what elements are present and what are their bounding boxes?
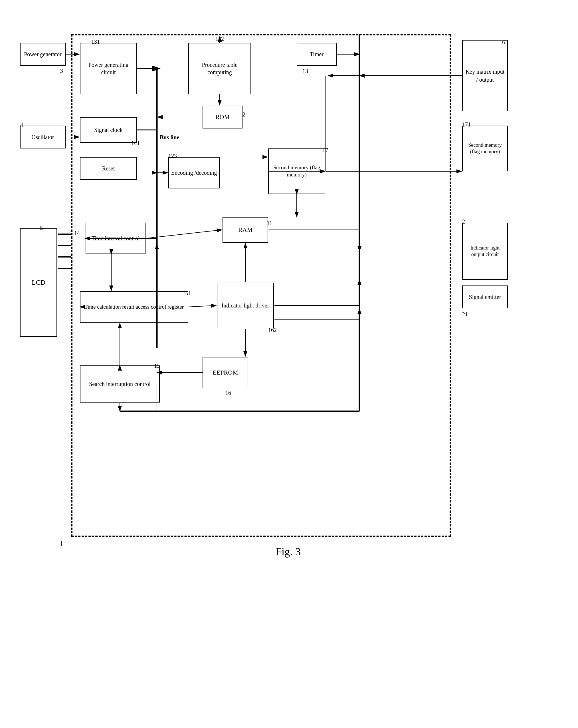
diagram-container: 1 Power generator 3 Oscillator 4 LCD 5 K… (17, 17, 559, 688)
figure-caption: Fig. 3 (245, 545, 331, 558)
svg-line-33 (188, 306, 216, 307)
diagram-arrows (17, 17, 559, 560)
